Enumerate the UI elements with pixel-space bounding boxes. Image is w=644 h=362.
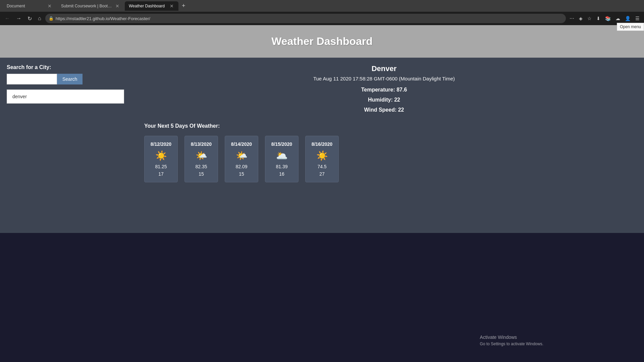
wind-speed-stat: Wind Speed: 22	[144, 107, 624, 113]
forecast-humidity-2: 15	[230, 171, 253, 177]
forward-button[interactable]: →	[14, 14, 23, 23]
tab-close-document[interactable]: ✕	[47, 3, 52, 9]
forecast-section: Your Next 5 Days Of Weather: 8/12/2020 ☀…	[144, 123, 624, 182]
bookmark-button[interactable]: ☆	[586, 14, 593, 22]
forecast-card-2: 8/14/2020 🌤️ 82.09 15	[225, 136, 258, 182]
forecast-card-4: 8/16/2020 ☀️ 74.5 27	[305, 136, 339, 182]
city-datetime: Tue Aug 11 2020 17:58:28 GMT-0600 (Mount…	[144, 76, 624, 81]
forecast-humidity-3: 16	[271, 171, 293, 177]
activate-windows-notice: Activate Windows Go to Settings to activ…	[480, 334, 543, 347]
new-tab-button[interactable]: +	[179, 2, 188, 9]
forecast-icon-3: 🌥️	[271, 150, 293, 161]
forecast-humidity-4: 27	[311, 171, 333, 177]
forecast-card-3: 8/15/2020 🌥️ 81.39 16	[265, 136, 299, 182]
humidity-stat: Humidity: 22	[144, 97, 624, 103]
back-button[interactable]: ←	[3, 14, 12, 23]
forecast-date-0: 8/12/2020	[150, 141, 172, 147]
history-item-denver[interactable]: denver	[7, 90, 124, 103]
forecast-temp-4: 74.5	[311, 164, 333, 169]
extensions-button[interactable]: ⋯	[568, 14, 576, 22]
search-button[interactable]: Search	[57, 74, 83, 84]
forecast-date-4: 8/16/2020	[311, 141, 333, 147]
activate-windows-sub: Go to Settings to activate Windows.	[480, 341, 543, 347]
windows-desktop: Activate Windows Go to Settings to activ…	[0, 233, 644, 362]
tab-close-coursework[interactable]: ✕	[115, 3, 120, 9]
forecast-humidity-1: 15	[190, 171, 212, 177]
downloads-button[interactable]: ⬇	[595, 14, 602, 22]
nav-right-buttons: ⋯ ◈ ☆ ⬇ 📚 ☁ 👤 ☰	[568, 14, 641, 22]
page-content: Weather Dashboard Search for a City: Sea…	[0, 25, 644, 233]
page-header: Weather Dashboard	[0, 25, 644, 58]
search-row: Search	[7, 74, 131, 84]
open-menu-tooltip: Open menu	[617, 23, 644, 31]
forecast-temp-0: 81.25	[150, 164, 172, 169]
forecast-card-0: 8/12/2020 ☀️ 81.25 17	[144, 136, 178, 182]
lock-icon: 🔒	[49, 16, 54, 21]
forecast-date-3: 8/15/2020	[271, 141, 293, 147]
address-bar[interactable]: 🔒	[45, 14, 566, 23]
library-button[interactable]: 📚	[603, 14, 612, 22]
city-name: Denver	[144, 64, 624, 73]
pocket-button[interactable]: ◈	[577, 14, 584, 22]
tab-close-weather[interactable]: ✕	[169, 3, 174, 9]
activate-windows-title: Activate Windows	[480, 334, 543, 341]
tab-bar: Document ✕ Submit Coursework | Bootcamp …	[0, 0, 644, 12]
forecast-icon-1: 🌤️	[190, 150, 212, 161]
home-button[interactable]: ⌂	[36, 14, 43, 23]
forecast-temp-3: 81.39	[271, 164, 293, 169]
browser-chrome: Document ✕ Submit Coursework | Bootcamp …	[0, 0, 644, 25]
forecast-humidity-0: 17	[150, 171, 172, 177]
main-weather-content: Denver Tue Aug 11 2020 17:58:28 GMT-0600…	[131, 64, 637, 219]
temperature-stat: Temperature: 87.6	[144, 87, 624, 93]
browser-window: Document ✕ Submit Coursework | Bootcamp …	[0, 0, 644, 362]
forecast-icon-4: ☀️	[311, 150, 333, 161]
search-history: denver	[7, 89, 124, 104]
tab-coursework[interactable]: Submit Coursework | Bootcamp S... ✕	[57, 1, 124, 11]
forecast-icon-0: ☀️	[150, 150, 172, 161]
tab-weather[interactable]: Weather Dashboard ✕	[125, 1, 178, 11]
forecast-cards: 8/12/2020 ☀️ 81.25 17 8/13/2020 🌤️ 82.35…	[144, 136, 624, 182]
forecast-temp-1: 82.35	[190, 164, 212, 169]
menu-button[interactable]: ☰	[634, 14, 641, 22]
search-input[interactable]	[7, 74, 57, 84]
reload-button[interactable]: ↻	[25, 14, 34, 23]
search-sidebar: Search for a City: Search denver	[7, 64, 131, 219]
forecast-icon-2: 🌤️	[230, 150, 253, 161]
forecast-date-2: 8/14/2020	[230, 141, 253, 147]
profile-button[interactable]: 👤	[623, 14, 632, 22]
url-input[interactable]	[56, 16, 562, 21]
forecast-temp-2: 82.09	[230, 164, 253, 169]
page-body: Search for a City: Search denver Denver …	[0, 58, 644, 225]
tab-document[interactable]: Document ✕	[3, 1, 56, 11]
forecast-title: Your Next 5 Days Of Weather:	[144, 123, 624, 129]
forecast-date-1: 8/13/2020	[190, 141, 212, 147]
nav-bar: ← → ↻ ⌂ 🔒 ⋯ ◈ ☆ ⬇ 📚 ☁ 👤 ☰	[0, 12, 644, 25]
forecast-card-1: 8/13/2020 🌤️ 82.35 15	[184, 136, 218, 182]
page-title: Weather Dashboard	[10, 35, 634, 48]
sync-button[interactable]: ☁	[614, 14, 622, 22]
search-label: Search for a City:	[7, 64, 131, 70]
